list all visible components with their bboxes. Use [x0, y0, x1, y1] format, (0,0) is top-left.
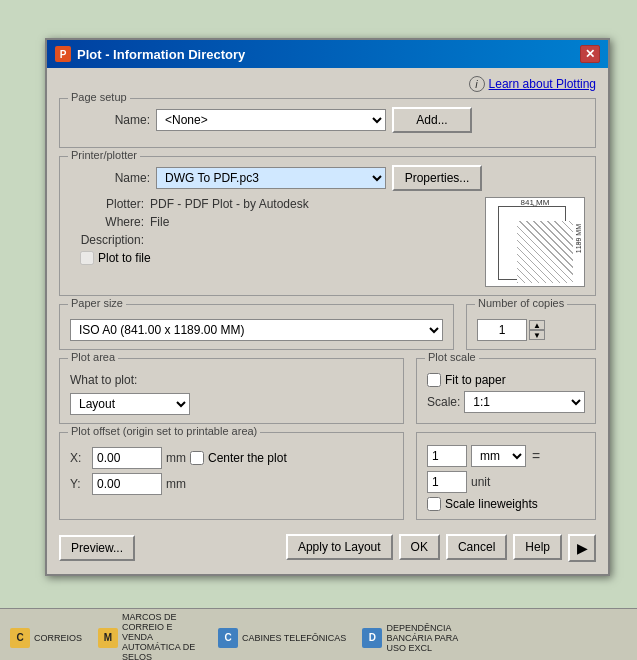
- paper-preview: 841 MM ↔ ↔ 1189 MM: [485, 197, 585, 287]
- what-to-plot-select-row: Layout: [70, 393, 393, 415]
- scale-input-rows: mm = unit Scale lineweights: [427, 445, 585, 511]
- x-input[interactable]: [92, 447, 162, 469]
- center-plot-checkbox[interactable]: [190, 451, 204, 465]
- cancel-button[interactable]: Cancel: [446, 534, 507, 560]
- where-label: Where:: [70, 215, 150, 229]
- copies-spinner-row: ▲ ▼: [477, 319, 585, 341]
- copies-input[interactable]: [477, 319, 527, 341]
- mm-select[interactable]: mm: [471, 445, 526, 467]
- description-row: Description:: [70, 233, 473, 247]
- plot-area-label: Plot area: [68, 351, 118, 363]
- preview-paper: [498, 206, 566, 280]
- description-label: Description:: [70, 233, 150, 247]
- taskbar-label-4: DEPENDÊNCIA BANCÁRIA PARA USO EXCL: [386, 623, 476, 653]
- copies-decrement[interactable]: ▼: [529, 330, 545, 340]
- scale-lineweights-label: Scale lineweights: [445, 497, 538, 511]
- where-value: File: [150, 215, 169, 229]
- equals-sign: =: [530, 448, 542, 464]
- taskbar-icon-3: C: [218, 628, 238, 648]
- y-input[interactable]: [92, 473, 162, 495]
- page-setup-name-select[interactable]: <None>: [156, 109, 386, 131]
- x-unit: mm: [166, 451, 186, 465]
- help-button[interactable]: Help: [513, 534, 562, 560]
- taskbar-label-2: MARCOS DE CORREIO E VENDA AUTOMÁTICA DE …: [122, 613, 202, 660]
- plot-scale-section: Plot scale Fit to paper Scale: 1:1: [416, 358, 596, 424]
- y-label: Y:: [70, 477, 88, 491]
- paper-size-select[interactable]: ISO A0 (841.00 x 1189.00 MM): [70, 319, 443, 341]
- x-row: X: mm Center the plot: [70, 447, 393, 469]
- copies-spinner-buttons: ▲ ▼: [529, 320, 545, 340]
- plot-scale-label: Plot scale: [425, 351, 479, 363]
- next-button[interactable]: ▶: [568, 534, 596, 562]
- scale-value1[interactable]: [427, 445, 467, 467]
- page-setup-label: Page setup: [68, 91, 130, 103]
- copies-section: Number of copies ▲ ▼: [466, 304, 596, 350]
- printer-name-row: Name: DWG To PDF.pc3 Properties...: [70, 165, 585, 191]
- scale-row-1: mm =: [427, 445, 585, 467]
- printer-plotter-section: Printer/plotter Name: DWG To PDF.pc3 Pro…: [59, 156, 596, 296]
- properties-button[interactable]: Properties...: [392, 165, 482, 191]
- fit-to-paper-checkbox[interactable]: [427, 373, 441, 387]
- taskbar: C CORREIOS M MARCOS DE CORREIO E VENDA A…: [0, 608, 637, 660]
- paper-size-label: Paper size: [68, 297, 126, 309]
- plot-offset-section: Plot offset (origin set to printable are…: [59, 432, 404, 520]
- what-to-plot-select[interactable]: Layout: [70, 393, 190, 415]
- fit-to-paper-row: Fit to paper: [427, 373, 585, 387]
- info-row: i Learn about Plotting: [59, 76, 596, 92]
- page-setup-section: Page setup Name: <None> Add...: [59, 98, 596, 148]
- scale-row: Scale: 1:1: [427, 391, 585, 413]
- taskbar-item-4[interactable]: D DEPENDÊNCIA BANCÁRIA PARA USO EXCL: [356, 621, 482, 655]
- info-icon: i: [469, 76, 485, 92]
- unit-label: unit: [471, 475, 490, 489]
- preview-hatch: [517, 221, 573, 283]
- plot-area-scale-row: Plot area What to plot: Layout Plot scal…: [59, 358, 596, 424]
- plotter-row: Plotter: PDF - PDF Plot - by Autodesk: [70, 197, 473, 211]
- plot-to-file-label: Plot to file: [98, 251, 151, 265]
- scale-value2[interactable]: [427, 471, 467, 493]
- y-row: Y: mm: [70, 473, 393, 495]
- dialog-body: i Learn about Plotting Page setup Name: …: [47, 68, 608, 574]
- plot-offset-scale-row: Plot offset (origin set to printable are…: [59, 432, 596, 520]
- taskbar-item-3[interactable]: C CABINES TELEFÔNICAS: [212, 626, 352, 650]
- bottom-right-buttons: Apply to Layout OK Cancel Help ▶: [286, 534, 596, 562]
- title-bar-left: P Plot - Information Directory: [55, 46, 245, 62]
- add-button[interactable]: Add...: [392, 107, 472, 133]
- scale-lineweights-row: Scale lineweights: [427, 497, 585, 511]
- taskbar-item-1[interactable]: C CORREIOS: [4, 626, 88, 650]
- what-to-plot-label: What to plot:: [70, 373, 137, 387]
- what-to-plot-row: What to plot:: [70, 373, 393, 387]
- app-icon: P: [55, 46, 71, 62]
- printer-name-select[interactable]: DWG To PDF.pc3: [156, 167, 386, 189]
- plot-to-file-checkbox[interactable]: [80, 251, 94, 265]
- taskbar-label-3: CABINES TELEFÔNICAS: [242, 633, 346, 643]
- center-plot-label: Center the plot: [208, 451, 287, 465]
- copies-label: Number of copies: [475, 297, 567, 309]
- paper-size-copies-row: Paper size ISO A0 (841.00 x 1189.00 MM) …: [59, 304, 596, 350]
- taskbar-icon-2: M: [98, 628, 118, 648]
- learn-link[interactable]: Learn about Plotting: [489, 77, 596, 91]
- fit-to-paper-label: Fit to paper: [445, 373, 506, 387]
- offset-inputs: X: mm Center the plot Y: mm: [70, 447, 393, 495]
- plotter-value: PDF - PDF Plot - by Autodesk: [150, 197, 309, 211]
- apply-to-layout-button[interactable]: Apply to Layout: [286, 534, 393, 560]
- where-row: Where: File: [70, 215, 473, 229]
- preview-arrow-top: ↔: [532, 202, 539, 209]
- copies-increment[interactable]: ▲: [529, 320, 545, 330]
- bottom-buttons: Preview... Apply to Layout OK Cancel Hel…: [59, 528, 596, 566]
- scale-lineweights-checkbox[interactable]: [427, 497, 441, 511]
- title-bar: P Plot - Information Directory ✕: [47, 40, 608, 68]
- scale-select[interactable]: 1:1: [464, 391, 585, 413]
- y-unit: mm: [166, 477, 186, 491]
- dialog-title: Plot - Information Directory: [77, 47, 245, 62]
- scale-label: Scale:: [427, 395, 460, 409]
- plotter-label: Plotter:: [70, 197, 150, 211]
- taskbar-item-2[interactable]: M MARCOS DE CORREIO E VENDA AUTOMÁTICA D…: [92, 611, 208, 660]
- plotter-details: Plotter: PDF - PDF Plot - by Autodesk Wh…: [70, 197, 473, 287]
- close-button[interactable]: ✕: [580, 45, 600, 63]
- plot-offset-label: Plot offset (origin set to printable are…: [68, 425, 260, 437]
- ok-button[interactable]: OK: [399, 534, 440, 560]
- plot-to-file-row: Plot to file: [80, 251, 473, 265]
- taskbar-label-1: CORREIOS: [34, 633, 82, 643]
- preview-button[interactable]: Preview...: [59, 535, 135, 561]
- preview-dim-side: 1189 MM: [575, 224, 582, 253]
